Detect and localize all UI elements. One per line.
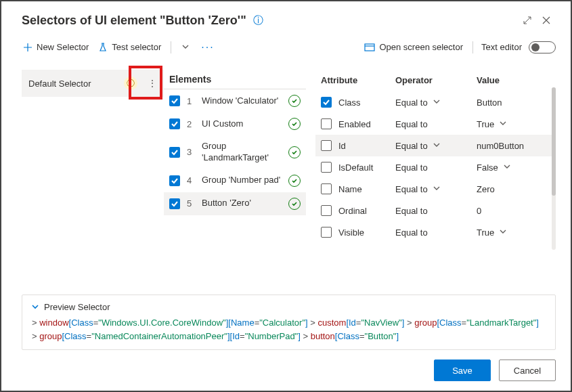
element-row[interactable]: 2UI Custom bbox=[164, 112, 306, 135]
info-icon[interactable]: ⓘ bbox=[253, 14, 263, 27]
attribute-row[interactable]: ClassEqual toButton bbox=[315, 91, 556, 113]
checkbox-checked-icon[interactable] bbox=[169, 95, 180, 106]
checkbox-checked-icon[interactable] bbox=[169, 198, 180, 209]
chevron-down-icon[interactable] bbox=[179, 43, 192, 51]
close-icon[interactable] bbox=[537, 11, 556, 30]
chevron-down-icon bbox=[32, 303, 39, 312]
checkbox-icon[interactable] bbox=[321, 162, 332, 173]
attribute-row[interactable]: OrdinalEqual to0 bbox=[315, 200, 556, 221]
selectors-panel: Default Selector ⓘ ⋮ bbox=[22, 62, 164, 290]
attribute-row[interactable]: IsDefaultEqual toFalse bbox=[315, 156, 556, 178]
token-val: "Button" bbox=[365, 331, 397, 341]
open-screen-label: Open screen selector bbox=[379, 42, 463, 52]
divider bbox=[472, 41, 473, 53]
divider bbox=[171, 41, 171, 53]
token-attr: Name bbox=[231, 318, 255, 328]
attr-operator[interactable]: Equal to bbox=[395, 206, 477, 216]
token-br: ] bbox=[396, 331, 399, 341]
open-screen-selector-button[interactable]: Open screen selector bbox=[363, 39, 464, 55]
preview-title: Preview Selector bbox=[44, 302, 110, 312]
attr-value[interactable]: False bbox=[477, 162, 556, 173]
token-gt: > bbox=[301, 331, 311, 341]
preview-panel: Preview Selector > window[Class="Windows… bbox=[22, 295, 556, 350]
body: Default Selector ⓘ ⋮ Elements 1Window 'C… bbox=[1, 62, 571, 290]
new-selector-button[interactable]: New Selector bbox=[22, 39, 90, 55]
chevron-down-icon[interactable] bbox=[504, 163, 510, 171]
scrollbar-thumb[interactable] bbox=[552, 87, 556, 196]
attr-operator[interactable]: Equal to bbox=[395, 97, 477, 108]
checkbox-checked-icon[interactable] bbox=[169, 175, 180, 186]
checkbox-icon[interactable] bbox=[321, 183, 332, 194]
element-row[interactable]: 3Group 'LandmarkTarget' bbox=[164, 135, 306, 169]
attr-value[interactable]: Button bbox=[477, 97, 556, 108]
token-el: window bbox=[39, 318, 68, 328]
attr-operator[interactable]: Equal to bbox=[395, 162, 477, 173]
checkbox-checked-icon[interactable] bbox=[169, 118, 180, 129]
svg-rect-0 bbox=[365, 44, 374, 51]
plus-icon bbox=[23, 43, 32, 52]
chevron-down-icon[interactable] bbox=[433, 98, 440, 106]
more-icon[interactable]: ··· bbox=[198, 41, 217, 53]
attr-value[interactable]: 0 bbox=[477, 206, 556, 216]
chevron-down-icon[interactable] bbox=[500, 120, 506, 128]
scrollbar[interactable] bbox=[552, 87, 556, 250]
token-val: "NumberPad" bbox=[245, 331, 299, 341]
attr-operator[interactable]: Equal to bbox=[395, 119, 477, 129]
attr-operator[interactable]: Equal to bbox=[395, 184, 477, 194]
footer: Save Cancel bbox=[1, 357, 571, 391]
checkbox-checked-icon[interactable] bbox=[169, 147, 180, 158]
save-button[interactable]: Save bbox=[434, 360, 491, 381]
token-attr: Id bbox=[349, 318, 356, 328]
new-selector-label: New Selector bbox=[37, 42, 89, 52]
attr-operator[interactable]: Equal to bbox=[395, 227, 477, 238]
attr-name: IsDefault bbox=[338, 162, 395, 173]
toggle-knob bbox=[531, 43, 540, 51]
attr-name: Name bbox=[338, 184, 395, 194]
element-row[interactable]: 4Group 'Number pad' bbox=[164, 169, 306, 192]
attr-value[interactable]: True bbox=[477, 227, 556, 238]
token-attr: Class bbox=[439, 318, 462, 328]
token-el: custom bbox=[317, 318, 346, 328]
token-gt: > bbox=[308, 318, 318, 328]
selector-name: Default Selector bbox=[28, 79, 91, 89]
elements-list: 1Window 'Calculator'2UI Custom3Group 'La… bbox=[164, 89, 306, 215]
element-label: UI Custom bbox=[202, 118, 282, 130]
selector-row-default[interactable]: Default Selector ⓘ ⋮ bbox=[22, 70, 164, 97]
flask-icon bbox=[98, 43, 108, 52]
element-row[interactable]: 1Window 'Calculator' bbox=[164, 89, 306, 112]
element-label: Group 'Number pad' bbox=[202, 175, 282, 186]
success-icon bbox=[288, 118, 301, 130]
preview-toggle[interactable]: Preview Selector bbox=[32, 302, 546, 312]
attributes-panel: Attribute Operator Value ClassEqual toBu… bbox=[306, 62, 556, 290]
attr-value[interactable]: Zero bbox=[477, 184, 556, 194]
checkbox-icon[interactable] bbox=[321, 227, 332, 238]
chevron-down-icon[interactable] bbox=[433, 141, 440, 150]
chevron-down-icon[interactable] bbox=[433, 185, 440, 193]
checkbox-icon[interactable] bbox=[321, 118, 332, 129]
checkbox-icon[interactable] bbox=[321, 140, 332, 151]
attr-name: Class bbox=[338, 97, 395, 108]
cancel-button[interactable]: Cancel bbox=[499, 360, 556, 381]
attr-name: Ordinal bbox=[338, 206, 395, 216]
attr-value[interactable]: num0Button bbox=[477, 141, 556, 151]
token-gt: > bbox=[32, 331, 39, 341]
restore-icon[interactable] bbox=[518, 11, 537, 30]
success-icon bbox=[288, 95, 301, 107]
element-row[interactable]: 5Button 'Zero' bbox=[164, 192, 306, 215]
test-selector-button[interactable]: Test selector bbox=[97, 39, 162, 55]
attribute-row[interactable]: EnabledEqual toTrue bbox=[315, 113, 556, 135]
attribute-row[interactable]: VisibleEqual toTrue bbox=[315, 221, 556, 243]
kebab-icon[interactable]: ⋮ bbox=[144, 75, 161, 91]
element-index: 5 bbox=[187, 198, 195, 209]
attr-value[interactable]: True bbox=[477, 119, 556, 129]
chevron-down-icon[interactable] bbox=[500, 228, 506, 236]
warning-icon[interactable]: ⓘ bbox=[124, 77, 137, 90]
attribute-row[interactable]: NameEqual toZero bbox=[315, 178, 556, 200]
elements-panel: Elements 1Window 'Calculator'2UI Custom3… bbox=[164, 62, 306, 290]
screen-icon bbox=[364, 43, 375, 52]
checkbox-icon[interactable] bbox=[321, 205, 332, 216]
text-editor-toggle[interactable] bbox=[529, 41, 556, 53]
checkbox-checked-icon[interactable] bbox=[321, 97, 332, 108]
attr-operator[interactable]: Equal to bbox=[395, 141, 477, 151]
attribute-row[interactable]: IdEqual tonum0Button bbox=[315, 135, 556, 156]
